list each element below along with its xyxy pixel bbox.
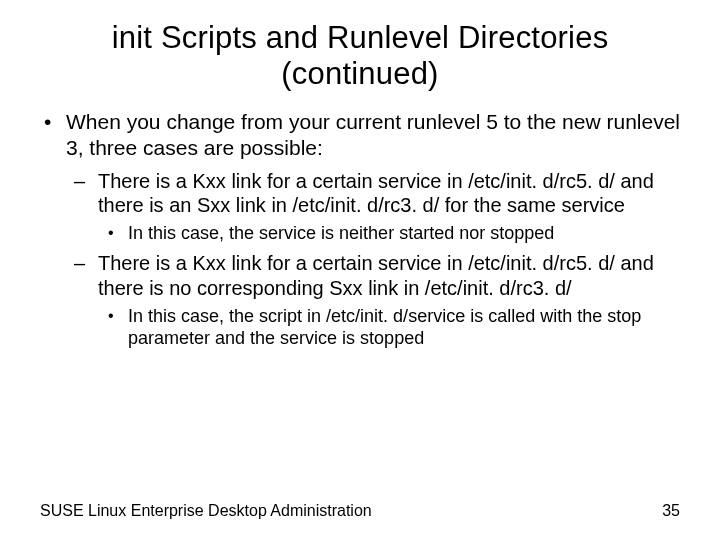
slide: init Scripts and Runlevel Directories (c…	[0, 0, 720, 540]
page-number: 35	[662, 502, 680, 520]
footer-text: SUSE Linux Enterprise Desktop Administra…	[40, 502, 372, 520]
bullet-text: There is a Kxx link for a certain servic…	[98, 170, 654, 216]
bullet-text: There is a Kxx link for a certain servic…	[98, 252, 654, 298]
bullet-text: When you change from your current runlev…	[66, 110, 680, 159]
title-line-1: init Scripts and Runlevel Directories	[112, 20, 609, 55]
list-item: In this case, the script in /etc/init. d…	[98, 306, 680, 350]
slide-footer: SUSE Linux Enterprise Desktop Administra…	[40, 502, 680, 520]
bullet-list-level1: When you change from your current runlev…	[40, 109, 680, 350]
bullet-list-level3: In this case, the service is neither sta…	[98, 223, 680, 245]
list-item: There is a Kxx link for a certain servic…	[66, 251, 680, 350]
bullet-list-level2: There is a Kxx link for a certain servic…	[66, 169, 680, 350]
bullet-list-level3: In this case, the script in /etc/init. d…	[98, 306, 680, 350]
list-item: In this case, the service is neither sta…	[98, 223, 680, 245]
slide-title: init Scripts and Runlevel Directories (c…	[40, 20, 680, 91]
bullet-text: In this case, the service is neither sta…	[128, 223, 554, 243]
title-line-2: (continued)	[281, 56, 438, 91]
slide-body: When you change from your current runlev…	[40, 109, 680, 350]
bullet-text: In this case, the script in /etc/init. d…	[128, 306, 641, 348]
list-item: When you change from your current runlev…	[40, 109, 680, 350]
list-item: There is a Kxx link for a certain servic…	[66, 169, 680, 246]
